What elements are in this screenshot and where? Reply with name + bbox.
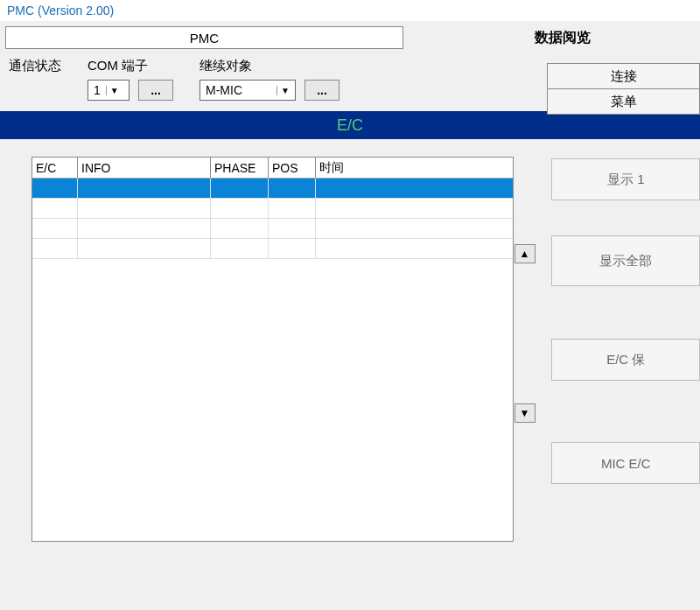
cell-pos — [269, 199, 316, 218]
com-port-group: COM 端子 1 ▼ ... — [88, 58, 173, 101]
com-port-select[interactable]: 1 ▼ — [88, 80, 130, 101]
table-header-row: E/C INFO PHASE POS 时间 — [32, 158, 513, 179]
table-row[interactable] — [32, 239, 513, 259]
col-header-phase[interactable]: PHASE — [211, 158, 269, 178]
table-row[interactable] — [32, 199, 513, 219]
triangle-up-icon: ▲ — [520, 248, 530, 260]
cell-info — [78, 239, 211, 258]
data-browse-title: 数据阅览 — [535, 26, 591, 47]
com-port-browse-button[interactable]: ... — [138, 80, 173, 101]
cell-ec — [32, 239, 78, 258]
cell-time — [316, 219, 513, 238]
cell-phase — [211, 219, 269, 238]
col-header-time[interactable]: 时间 — [316, 158, 513, 178]
cell-pos — [269, 179, 316, 198]
cell-ec — [32, 199, 78, 218]
cell-ec — [32, 179, 78, 198]
ec-save-button[interactable]: E/C 保 — [551, 339, 700, 381]
comm-status-group: 通信状态 — [9, 58, 61, 74]
col-header-ec[interactable]: E/C — [32, 158, 78, 178]
show-all-button[interactable]: 显示全部 — [551, 235, 700, 286]
header-row: PMC 数据阅览 — [0, 21, 700, 49]
col-header-info[interactable]: INFO — [78, 158, 211, 178]
side-buttons-group: 显示 1 显示全部 E/C 保 MIC E/C — [551, 158, 700, 554]
show-one-button[interactable]: 显示 1 — [551, 158, 700, 200]
continue-target-browse-button[interactable]: ... — [304, 80, 340, 101]
ec-table: E/C INFO PHASE POS 时间 — [32, 157, 514, 542]
pmc-tab[interactable]: PMC — [5, 26, 403, 49]
connect-button[interactable]: 连接 — [547, 63, 700, 89]
cell-info — [78, 219, 211, 238]
menu-button[interactable]: 菜单 — [547, 88, 700, 115]
chevron-down-icon: ▼ — [276, 86, 293, 95]
cell-phase — [211, 239, 269, 258]
table-body — [32, 179, 513, 259]
cell-time — [316, 199, 513, 218]
continue-target-group: 继续对象 M-MIC ▼ ... — [200, 58, 340, 101]
continue-target-value: M-MIC — [206, 83, 242, 97]
mic-ec-button[interactable]: MIC E/C — [551, 442, 700, 484]
right-buttons-group: 连接 菜单 — [547, 63, 700, 114]
main-area: PMC 数据阅览 连接 菜单 通信状态 COM 端子 1 ▼ ... 继续对象 … — [0, 21, 700, 610]
com-port-label: COM 端子 — [88, 58, 173, 74]
continue-target-select[interactable]: M-MIC ▼ — [200, 80, 296, 101]
cell-info — [78, 199, 211, 218]
cell-phase — [211, 179, 269, 198]
table-row[interactable] — [32, 179, 513, 199]
ec-banner: E/C — [0, 111, 700, 139]
cell-pos — [269, 219, 316, 238]
comm-status-label: 通信状态 — [9, 58, 61, 74]
chevron-down-icon: ▼ — [106, 86, 122, 95]
content-row: E/C INFO PHASE POS 时间 — [0, 141, 700, 554]
cell-info — [78, 179, 211, 198]
col-header-pos[interactable]: POS — [269, 158, 316, 178]
scroll-down-button[interactable]: ▼ — [514, 403, 536, 423]
scroll-up-button[interactable]: ▲ — [514, 244, 536, 263]
triangle-down-icon: ▼ — [520, 407, 530, 419]
cell-pos — [269, 239, 316, 258]
cell-ec — [32, 219, 78, 238]
cell-time — [316, 239, 513, 258]
continue-target-label: 继续对象 — [200, 58, 340, 74]
window-title: PMC (Version 2.00) — [0, 0, 700, 21]
scroll-buttons: ▲ ▼ — [514, 157, 536, 554]
com-port-value: 1 — [94, 83, 101, 97]
table-row[interactable] — [32, 219, 513, 239]
cell-time — [316, 179, 513, 198]
cell-phase — [211, 199, 269, 218]
